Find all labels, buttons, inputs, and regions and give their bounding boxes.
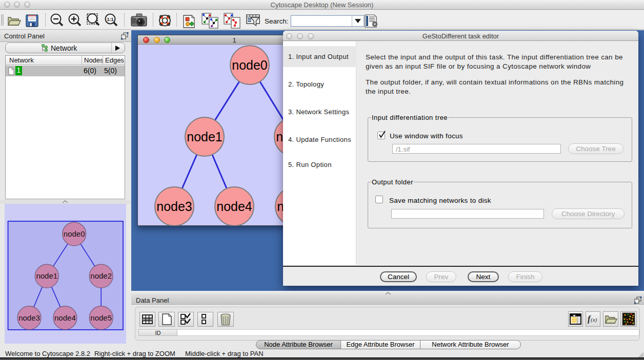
svg-text:node1: node1 [36,271,57,280]
svg-text:node0: node0 [64,229,85,238]
svg-text:node4: node4 [216,199,252,214]
svg-text:node4: node4 [54,313,76,322]
svg-text:node1: node1 [187,130,223,144]
svg-text:node3: node3 [156,199,192,214]
svg-text:node5: node5 [90,313,112,322]
svg-text:(x): (x) [591,316,597,323]
svg-text:1:1: 1:1 [107,17,113,22]
svg-text:node3: node3 [18,313,40,322]
svg-text:node2: node2 [90,271,112,280]
svg-text:node0: node0 [232,58,268,72]
